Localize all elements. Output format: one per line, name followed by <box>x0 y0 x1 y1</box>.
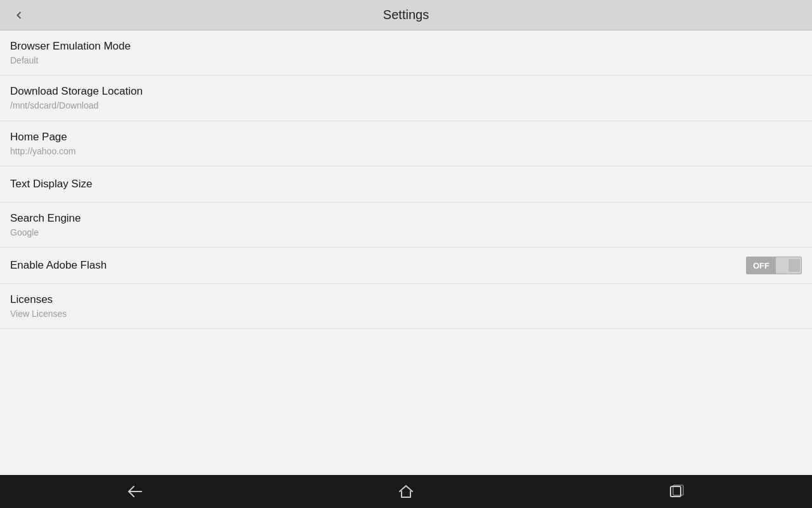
back-icon <box>13 9 25 22</box>
divider-7 <box>0 328 812 329</box>
setting-subtitle-download-storage: /mnt/sdcard/Download <box>10 100 802 111</box>
setting-subtitle-licenses: View Licenses <box>10 308 802 319</box>
setting-subtitle-browser-emulation: Default <box>10 55 802 66</box>
back-button[interactable] <box>10 6 28 24</box>
setting-home-page[interactable]: Home Page http://yahoo.com <box>0 121 812 166</box>
top-bar: Settings <box>0 0 812 30</box>
setting-search-engine[interactable]: Search Engine Google <box>0 203 812 247</box>
setting-title-adobe-flash: Enable Adobe Flash <box>10 258 107 272</box>
toggle-thumb <box>789 259 800 272</box>
nav-home-button[interactable] <box>384 479 428 504</box>
page-title: Settings <box>383 8 429 22</box>
setting-subtitle-search-engine: Google <box>10 227 802 238</box>
setting-title-text-display-size: Text Display Size <box>10 177 802 191</box>
setting-title-download-storage: Download Storage Location <box>10 84 802 98</box>
setting-title-home-page: Home Page <box>10 130 802 144</box>
nav-back-icon <box>126 485 144 498</box>
setting-browser-emulation-mode[interactable]: Browser Emulation Mode Default <box>0 30 812 75</box>
setting-title-licenses: Licenses <box>10 293 802 307</box>
settings-list: Browser Emulation Mode Default Download … <box>0 30 812 475</box>
toggle-track <box>776 257 801 274</box>
nav-back-button[interactable] <box>114 479 157 504</box>
setting-title-search-engine: Search Engine <box>10 211 802 225</box>
adobe-flash-toggle[interactable]: OFF <box>746 257 802 274</box>
setting-text-display-size[interactable]: Text Display Size <box>0 166 812 202</box>
setting-download-storage[interactable]: Download Storage Location /mnt/sdcard/Do… <box>0 76 812 120</box>
nav-recents-button[interactable] <box>655 479 698 504</box>
nav-home-icon <box>397 484 415 499</box>
setting-subtitle-home-page: http://yahoo.com <box>10 145 802 157</box>
setting-enable-adobe-flash[interactable]: Enable Adobe Flash OFF <box>0 248 812 283</box>
toggle-off-label: OFF <box>747 257 776 274</box>
nav-recents-icon <box>668 484 686 499</box>
bottom-nav-bar <box>0 475 812 508</box>
setting-licenses[interactable]: Licenses View Licenses <box>0 284 812 328</box>
setting-title-browser-emulation: Browser Emulation Mode <box>10 39 802 53</box>
